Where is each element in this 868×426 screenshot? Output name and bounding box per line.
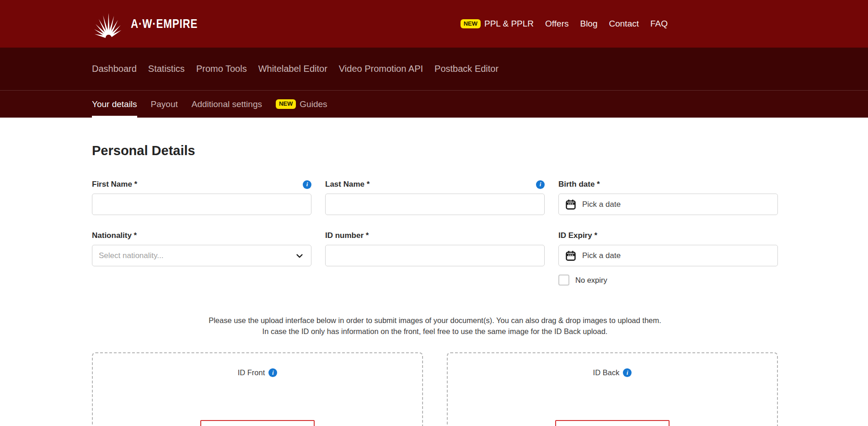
- last-name-label: Last Name *: [325, 180, 370, 189]
- personal-details-section: Personal Details First Name * i Last Nam…: [92, 143, 778, 426]
- tab-your-details[interactable]: Your details: [92, 91, 137, 118]
- birth-date-placeholder: Pick a date: [582, 200, 621, 209]
- new-badge: NEW: [276, 99, 296, 108]
- last-name-field-group: Last Name * i: [325, 179, 545, 215]
- tab-label: Guides: [300, 99, 327, 109]
- topnav-label: PPL & PPLR: [484, 19, 534, 29]
- last-name-input[interactable]: [325, 194, 545, 215]
- topnav-label: Contact: [609, 19, 639, 29]
- tab-guides[interactable]: NEW Guides: [276, 91, 327, 118]
- id-back-label: ID Back: [593, 368, 620, 377]
- mainnav-item-video-promotion-api[interactable]: Video Promotion API: [339, 64, 423, 74]
- crown-rays-icon: [92, 9, 127, 38]
- brand-logo[interactable]: A·W·EMPIRE: [92, 0, 214, 48]
- calendar-icon: [565, 199, 576, 210]
- first-name-field-group: First Name * i: [92, 179, 311, 215]
- tab-label: Your details: [92, 99, 137, 109]
- first-name-input[interactable]: [92, 194, 311, 215]
- info-icon[interactable]: i: [268, 368, 277, 377]
- topnav-item-offers[interactable]: Offers: [545, 19, 568, 29]
- info-icon[interactable]: i: [536, 180, 545, 189]
- id-number-label: ID number *: [325, 231, 369, 240]
- mainnav-item-postback-editor[interactable]: Postback Editor: [434, 64, 498, 74]
- new-badge: NEW: [461, 19, 481, 28]
- topnav-item-faq[interactable]: FAQ: [650, 19, 668, 29]
- mainnav-item-promo-tools[interactable]: Promo Tools: [196, 64, 247, 74]
- info-icon[interactable]: i: [303, 180, 311, 189]
- birth-date-label: Birth date *: [558, 180, 600, 189]
- nationality-select[interactable]: Select nationality...: [92, 245, 311, 266]
- id-back-browse-button[interactable]: BROWSE IMAGES: [555, 420, 670, 426]
- id-expiry-field-group: ID Expiry * Pick a date: [558, 231, 778, 286]
- personal-details-form: First Name * i Last Name * i Birth date …: [92, 179, 778, 286]
- upload-instructions-line2: In case the ID only has information on t…: [92, 326, 778, 337]
- topnav-item-ppl-pplr[interactable]: NEW PPL & PPLR: [461, 19, 534, 29]
- no-expiry-option[interactable]: No expiry: [558, 275, 778, 286]
- topnav-label: FAQ: [650, 19, 668, 29]
- document-upload-area: ID Front i BROWSE IMAGES ID Back i BROWS…: [92, 352, 778, 426]
- id-front-browse-button[interactable]: BROWSE IMAGES: [200, 420, 315, 426]
- id-front-label: ID Front: [238, 368, 265, 377]
- no-expiry-label: No expiry: [575, 276, 607, 285]
- brand-name: A·W·EMPIRE: [131, 16, 198, 31]
- id-expiry-label: ID Expiry *: [558, 231, 597, 240]
- topnav-item-contact[interactable]: Contact: [609, 19, 639, 29]
- mainnav-item-statistics[interactable]: Statistics: [148, 64, 185, 74]
- id-back-dropzone[interactable]: ID Back i BROWSE IMAGES: [447, 352, 778, 426]
- no-expiry-checkbox[interactable]: [558, 275, 569, 286]
- id-number-input[interactable]: [325, 245, 545, 266]
- settings-tabs-bar: Your details Payout Additional settings …: [0, 90, 868, 118]
- birth-date-picker[interactable]: Pick a date: [558, 194, 778, 215]
- tab-label: Payout: [151, 99, 178, 109]
- chevron-down-icon: [295, 251, 305, 261]
- upload-instructions: Please use the upload interface below in…: [92, 315, 778, 337]
- topnav-label: Blog: [580, 19, 597, 29]
- id-number-field-group: ID number *: [325, 231, 545, 266]
- topnav-item-blog[interactable]: Blog: [580, 19, 597, 29]
- main-navigation-bar: Dashboard Statistics Promo Tools Whitela…: [0, 48, 868, 90]
- top-navigation: NEW PPL & PPLR Offers Blog Contact FAQ: [461, 0, 668, 48]
- info-icon[interactable]: i: [623, 368, 632, 377]
- id-expiry-picker[interactable]: Pick a date: [558, 245, 778, 266]
- upload-instructions-line1: Please use the upload interface below in…: [92, 315, 778, 326]
- tab-additional-settings[interactable]: Additional settings: [192, 91, 262, 118]
- tab-label: Additional settings: [192, 99, 262, 109]
- id-front-dropzone[interactable]: ID Front i BROWSE IMAGES: [92, 352, 423, 426]
- birth-date-field-group: Birth date * Pick a date: [558, 179, 778, 215]
- first-name-label: First Name *: [92, 180, 137, 189]
- calendar-icon: [565, 250, 576, 261]
- id-expiry-placeholder: Pick a date: [582, 251, 621, 260]
- page-title: Personal Details: [92, 143, 778, 158]
- mainnav-item-whitelabel-editor[interactable]: Whitelabel Editor: [258, 64, 327, 74]
- topnav-label: Offers: [545, 19, 568, 29]
- nationality-field-group: Nationality * Select nationality...: [92, 231, 311, 266]
- nationality-label: Nationality *: [92, 231, 137, 240]
- mainnav-item-dashboard[interactable]: Dashboard: [92, 64, 137, 74]
- top-header-bar: A·W·EMPIRE NEW PPL & PPLR Offers Blog Co…: [0, 0, 868, 48]
- tab-payout[interactable]: Payout: [151, 91, 178, 118]
- nationality-placeholder: Select nationality...: [99, 251, 163, 260]
